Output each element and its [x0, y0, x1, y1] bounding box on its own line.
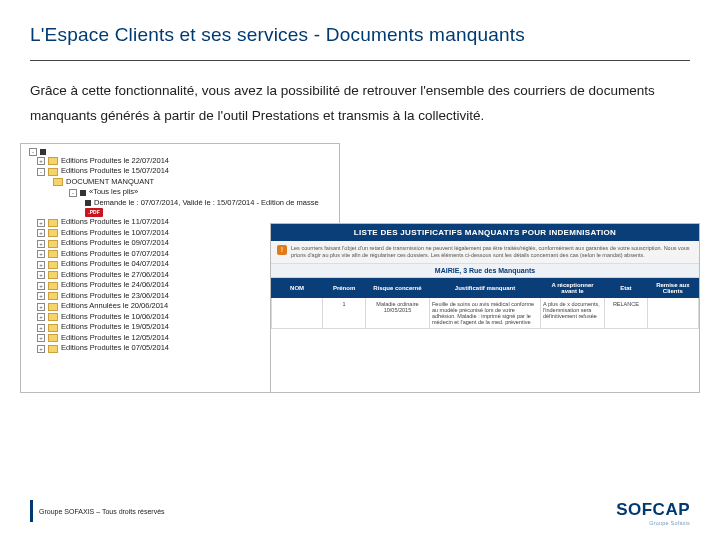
justificatifs-panel: LISTE DES JUSTIFICATIFS MANQUANTS POUR I… — [270, 223, 700, 393]
tree-row[interactable]: +Editions Produites le 22/07/2014 — [29, 156, 335, 167]
folder-icon — [53, 178, 63, 186]
collapse-icon[interactable]: - — [69, 189, 77, 197]
tree-label: Editions Produites le 24/06/2014 — [61, 280, 169, 291]
column-header: Justificatif manquant — [429, 279, 540, 298]
footer-text: Groupe SOFAXIS – Tous droits réservés — [39, 508, 165, 515]
expand-icon[interactable]: + — [37, 303, 45, 311]
body-text: Grâce à cette fonctionnalité, vous avez … — [30, 79, 690, 129]
folder-icon — [48, 261, 58, 269]
tree-label: Editions Produites le 12/05/2014 — [61, 333, 169, 344]
brand-sub: Groupe Sofaxis — [616, 520, 690, 526]
column-header: A réceptionner avant le — [540, 279, 604, 298]
column-header: NOM — [272, 279, 323, 298]
column-header: Remise aux Clients — [647, 279, 698, 298]
folder-icon — [48, 324, 58, 332]
tree-row[interactable]: Demande le : 07/07/2014, Validé le : 15/… — [29, 198, 335, 209]
warning-text: Les courriers faisant l'objet d'un retar… — [291, 245, 693, 259]
expand-icon[interactable]: + — [37, 157, 45, 165]
expand-icon[interactable]: + — [37, 261, 45, 269]
tree-label: Editions Annulées le 20/06/2014 — [61, 301, 168, 312]
expand-icon[interactable]: + — [37, 324, 45, 332]
tree-label: Editions Produites le 22/07/2014 — [61, 156, 169, 167]
tree-row[interactable]: -Editions Produites le 15/07/2014 — [29, 166, 335, 177]
tree-row[interactable]: - — [29, 148, 335, 156]
tree-label: Editions Produites le 10/06/2014 — [61, 312, 169, 323]
list-subheader: MAIRIE, 3 Rue des Manquants — [271, 264, 699, 278]
collapse-icon[interactable]: - — [37, 168, 45, 176]
folder-icon — [48, 250, 58, 258]
cell-recep: A plus de x documents, l'indemnisation s… — [540, 298, 604, 329]
tree-label: Editions Produites le 11/07/2014 — [61, 217, 169, 228]
brand-main: SOFCAP — [616, 500, 690, 520]
warning-bar: ! Les courriers faisant l'objet d'un ret… — [271, 241, 699, 264]
folder-icon — [48, 168, 58, 176]
folder-icon — [48, 292, 58, 300]
tree-label: Editions Produites le 15/07/2014 — [61, 166, 169, 177]
expand-icon[interactable]: + — [37, 345, 45, 353]
tree-row[interactable]: .PDF — [29, 208, 335, 217]
node-icon — [85, 200, 91, 206]
folder-icon — [48, 271, 58, 279]
cell-remise — [647, 298, 698, 329]
tree-label: Editions Produites le 04/07/2014 — [61, 259, 169, 270]
folder-icon — [48, 157, 58, 165]
column-header: Etat — [605, 279, 648, 298]
folder-icon — [48, 282, 58, 290]
cell-risque: Maladie ordinaire 10/05/2015 — [365, 298, 429, 329]
node-icon — [40, 149, 46, 155]
expand-icon[interactable]: + — [37, 334, 45, 342]
expand-icon[interactable]: + — [37, 219, 45, 227]
tree-label: Editions Produites le 07/07/2014 — [61, 249, 169, 260]
expand-icon[interactable]: + — [37, 292, 45, 300]
tree-label: Editions Produites le 27/06/2014 — [61, 270, 169, 281]
warning-icon: ! — [277, 245, 287, 255]
tree-label: Demande le : 07/07/2014, Validé le : 15/… — [94, 198, 319, 209]
expand-icon[interactable]: + — [37, 271, 45, 279]
table-row: 1Maladie ordinaire 10/05/2015Feuille de … — [272, 298, 699, 329]
tree-label: DOCUMENT MANQUANT — [66, 177, 154, 188]
folder-icon — [48, 334, 58, 342]
divider — [30, 60, 690, 61]
cell-justif: Feuille de soins ou avis médical conform… — [429, 298, 540, 329]
collapse-icon[interactable]: - — [29, 148, 37, 156]
footer: Groupe SOFAXIS – Tous droits réservés — [30, 500, 165, 522]
column-header: Prénom — [323, 279, 366, 298]
tree-label: Editions Produites le 10/07/2014 — [61, 228, 169, 239]
folder-icon — [48, 303, 58, 311]
cell-prenom: 1 — [323, 298, 366, 329]
folder-icon — [48, 313, 58, 321]
tree-label: «Tous les plis» — [89, 187, 138, 198]
list-header: LISTE DES JUSTIFICATIFS MANQUANTS POUR I… — [271, 224, 699, 241]
brand: SOFCAP Groupe Sofaxis — [616, 500, 690, 526]
tree-label: Editions Produites le 07/05/2014 — [61, 343, 169, 354]
expand-icon[interactable]: + — [37, 313, 45, 321]
justificatifs-table: NOMPrénomRisque concernéJustificatif man… — [271, 278, 699, 329]
folder-icon — [48, 219, 58, 227]
page-title: L'Espace Clients et ses services - Docum… — [30, 24, 690, 46]
expand-icon[interactable]: + — [37, 250, 45, 258]
expand-icon[interactable]: + — [37, 229, 45, 237]
tree-label: Editions Produites le 09/07/2014 — [61, 238, 169, 249]
tree-row[interactable]: -«Tous les plis» — [29, 187, 335, 198]
tree-row[interactable]: DOCUMENT MANQUANT — [29, 177, 335, 188]
tree-label: Editions Produites le 23/06/2014 — [61, 291, 169, 302]
cell-etat: RELANCE — [605, 298, 648, 329]
cell-nom — [272, 298, 323, 329]
tree-label: Editions Produites le 19/05/2014 — [61, 322, 169, 333]
folder-icon — [48, 229, 58, 237]
panels: -+Editions Produites le 22/07/2014-Editi… — [30, 143, 690, 413]
node-icon — [80, 190, 86, 196]
expand-icon[interactable]: + — [37, 240, 45, 248]
footer-accent — [30, 500, 33, 522]
expand-icon[interactable]: + — [37, 282, 45, 290]
column-header: Risque concerné — [365, 279, 429, 298]
folder-icon — [48, 240, 58, 248]
pdf-icon: .PDF — [85, 208, 103, 217]
folder-icon — [48, 345, 58, 353]
